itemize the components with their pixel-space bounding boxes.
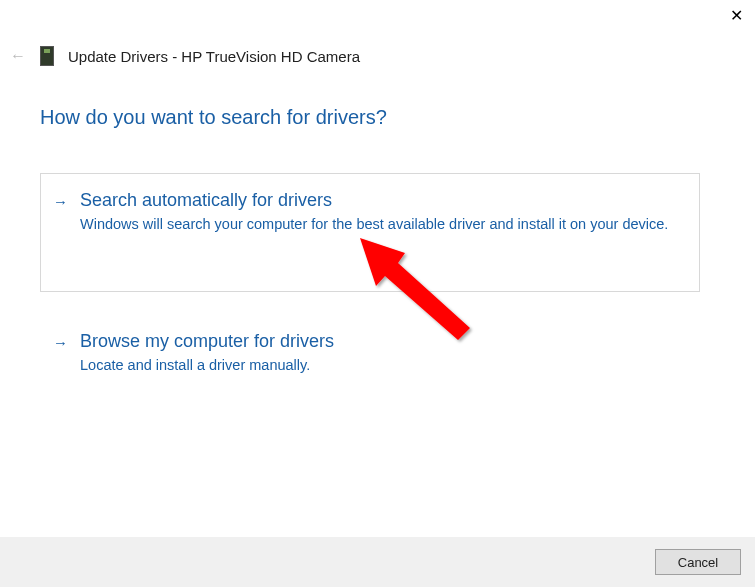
option-title: Search automatically for drivers [80, 190, 668, 211]
option-description: Locate and install a driver manually. [80, 356, 334, 376]
arrow-right-icon: → [53, 193, 68, 210]
option-title: Browse my computer for drivers [80, 331, 334, 352]
arrow-right-icon: → [53, 334, 68, 351]
option-browse-computer[interactable]: → Browse my computer for drivers Locate … [40, 314, 700, 395]
dialog-title: Update Drivers - HP TrueVision HD Camera [68, 48, 360, 65]
option-body: Browse my computer for drivers Locate an… [80, 331, 334, 376]
back-arrow-icon: ← [10, 47, 26, 65]
cancel-button[interactable]: Cancel [655, 549, 741, 575]
device-icon [40, 46, 54, 66]
dialog-footer: Cancel [0, 537, 755, 587]
dialog-content: How do you want to search for drivers? →… [40, 106, 700, 394]
option-search-automatically[interactable]: → Search automatically for drivers Windo… [40, 173, 700, 292]
close-button[interactable]: ✕ [730, 8, 743, 24]
option-description: Windows will search your computer for th… [80, 215, 668, 235]
option-body: Search automatically for drivers Windows… [80, 190, 668, 235]
page-heading: How do you want to search for drivers? [40, 106, 700, 129]
dialog-header: ← Update Drivers - HP TrueVision HD Came… [10, 46, 360, 66]
